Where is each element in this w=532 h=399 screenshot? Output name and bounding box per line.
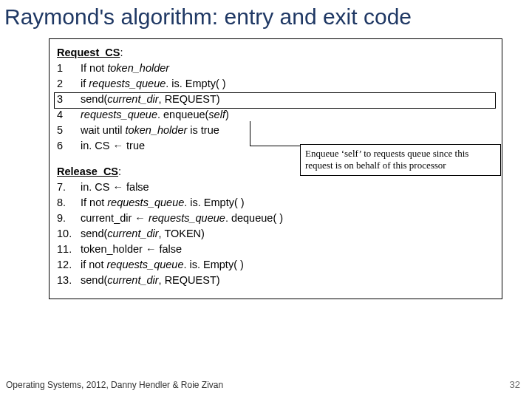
line-num: 9.	[57, 211, 81, 226]
code-ital: current_dir	[107, 274, 158, 286]
line-num: 4	[57, 107, 81, 123]
code-text: , REQUEST)	[159, 274, 220, 286]
slide-title: Raymond's algorithm: entry and exit code	[0, 0, 532, 38]
code-text: If not	[81, 62, 107, 74]
code-text: . is. Empty( )	[166, 78, 225, 89]
code-text: is true	[187, 124, 219, 136]
arrow-icon: ←	[134, 212, 146, 224]
code-line: 13.send(current_dir, REQUEST)	[57, 273, 283, 288]
release-heading: Release_CS	[57, 166, 118, 177]
code-text: in. CS	[81, 181, 113, 193]
code-line: 11.token_holder ← false	[57, 242, 283, 257]
code-text: send(	[81, 228, 107, 239]
arrow-icon: ←	[113, 181, 124, 193]
line-num: 1	[57, 61, 81, 76]
code-line: 9.current_dir ← requests_queue. dequeue(…	[57, 211, 283, 226]
line-num: 12.	[57, 257, 81, 273]
line-num: 5	[57, 123, 81, 138]
page-number: 32	[510, 379, 520, 390]
callout-leader-horizontal	[250, 146, 300, 146]
code-line: 6in. CS ← true	[57, 138, 229, 154]
footer-text: Operating Systems, 2012, Danny Hendler &…	[6, 380, 223, 390]
line-num: 3	[57, 92, 81, 107]
code-line: 3send(current_dir, REQUEST)	[57, 92, 229, 107]
code-line: 10.send(current_dir, TOKEN)	[57, 226, 283, 242]
line-num: 11.	[57, 242, 81, 257]
line-num: 8.	[57, 195, 81, 211]
code-ital: requests_queue	[81, 109, 157, 120]
code-ital: requests_queue	[149, 212, 225, 224]
code-ital: current_dir	[107, 228, 158, 239]
code-line: 2if requests_queue. is. Empty( )	[57, 76, 229, 92]
request-lines: 1If not token_holder 2if requests_queue.…	[57, 61, 229, 154]
colon: :	[120, 47, 123, 58]
code-text: if not	[81, 259, 106, 270]
code-text: , REQUEST)	[159, 93, 220, 105]
arrow-icon: ←	[113, 140, 124, 151]
line-num: 10.	[57, 226, 81, 242]
code-text: send(	[81, 274, 107, 286]
line-num: 2	[57, 76, 81, 92]
code-ital: current_dir	[107, 93, 158, 105]
code-text: token_holder	[81, 243, 146, 255]
line-num: 13.	[57, 273, 81, 288]
code-line: 7.in. CS ← false	[57, 180, 283, 195]
arrow-icon: ←	[146, 243, 157, 255]
code-text: current_dir	[81, 212, 134, 224]
code-line: 4requests_queue. enqueue(self)	[57, 107, 229, 123]
colon: :	[118, 166, 121, 177]
code-text: false	[156, 243, 182, 255]
code-ital: token_holder	[125, 124, 187, 136]
callout-leader-vertical	[250, 121, 250, 146]
code-text: . is. Empty( )	[184, 197, 244, 208]
code-text: send(	[81, 93, 107, 105]
code-text: . dequeue( )	[225, 212, 283, 224]
code-line: 12.if not requests_queue. is. Empty( )	[57, 257, 283, 273]
line-num: 7.	[57, 180, 81, 195]
code-text: If not	[81, 197, 107, 208]
code-text: true	[123, 140, 145, 151]
code-text: in. CS	[81, 140, 113, 151]
code-ital: requests_queue	[106, 259, 183, 270]
line-num: 6	[57, 138, 81, 154]
code-ital: requests_queue	[89, 78, 166, 89]
code-text: wait until	[81, 124, 125, 136]
code-text: if	[81, 78, 89, 89]
code-text: false	[123, 181, 149, 193]
code-line: 5wait until token_holder is true	[57, 123, 229, 138]
code-text: . enqueue(	[157, 109, 208, 120]
release-lines: 7.in. CS ← false 8.If not requests_queue…	[57, 180, 283, 288]
code-ital: token_holder	[107, 62, 169, 74]
callout-box: Enqueue ‘self’ to requests queue since t…	[300, 144, 501, 176]
code-text: . is. Empty( )	[183, 259, 243, 270]
code-line: 8.If not requests_queue. is. Empty( )	[57, 195, 283, 211]
code-ital: requests_queue	[107, 197, 184, 208]
request-heading: Request_CS	[57, 47, 120, 58]
code-text: , TOKEN)	[159, 228, 205, 239]
code-line: 1If not token_holder	[57, 61, 229, 76]
code-text: )	[225, 109, 229, 120]
code-ital: self	[208, 109, 225, 120]
